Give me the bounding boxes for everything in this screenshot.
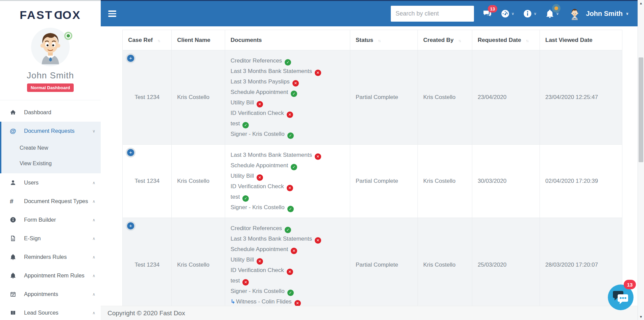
user-menu-button[interactable]: John Smith ∨ bbox=[586, 10, 629, 18]
chevron-down-icon: ∨ bbox=[511, 11, 514, 16]
requested-date-cell: 25/03/2020 bbox=[472, 218, 540, 312]
logo-text-ox: OX bbox=[63, 8, 81, 21]
sidebar-item-label: Document Requests bbox=[24, 128, 90, 134]
documents-cell: Creditor References✓Last 3 Months Bank S… bbox=[225, 50, 350, 145]
table-header-row: Case Ref↑↓ Client Name Documents Status↑… bbox=[123, 30, 622, 50]
scroll-down-arrow[interactable]: ▼ bbox=[638, 315, 644, 319]
sidebar-item-label: Appointment Rem Rules bbox=[24, 272, 90, 279]
sort-icon: ↑↓ bbox=[458, 39, 461, 43]
sidebar-item-appointment-rem-rules[interactable]: Appointment Rem Rules∧ bbox=[0, 266, 101, 285]
column-header-requested-date[interactable]: Requested Date↑↓ bbox=[472, 30, 540, 50]
sidebar-item-label: Form Builder bbox=[24, 217, 90, 223]
complete-check-icon: ✓ bbox=[285, 59, 291, 66]
column-header-last-viewed-date: Last Viewed Date bbox=[540, 30, 622, 50]
main-content: Case Ref↑↓ Client Name Documents Status↑… bbox=[101, 26, 638, 320]
missing-x-icon: ✕ bbox=[242, 279, 249, 286]
document-item: test✓ bbox=[231, 118, 344, 129]
client-name-cell: Kris Costello bbox=[172, 218, 225, 312]
sidebar-item-document-request-types[interactable]: #Document Request Types∧ bbox=[0, 192, 101, 211]
logo-text-fast: FAST bbox=[20, 8, 53, 21]
expand-row-button[interactable]: + bbox=[127, 55, 134, 62]
menu-toggle-icon[interactable] bbox=[108, 9, 116, 18]
navbar-avatar[interactable] bbox=[568, 7, 582, 21]
client-name-cell: Kris Costello bbox=[172, 145, 225, 218]
case-ref-cell: +Test 1234 bbox=[123, 218, 172, 312]
document-label: ID Verification Check bbox=[231, 267, 284, 273]
table-body: +Test 1234Kris CostelloCreditor Referenc… bbox=[123, 50, 622, 312]
messages-button[interactable]: 13 bbox=[483, 9, 492, 18]
sidebar-item-reminders-rules[interactable]: Reminders Rules∧ bbox=[0, 248, 101, 266]
created-by-cell: Kris Costello bbox=[418, 145, 472, 218]
complete-check-icon: ✓ bbox=[242, 195, 249, 202]
avatar bbox=[30, 27, 70, 67]
chevron-down-icon: ∨ bbox=[534, 11, 536, 16]
calendar-icon bbox=[10, 291, 20, 297]
document-item: ↳Witness - Colin Flides✕ bbox=[231, 296, 344, 307]
messages-count-badge: 13 bbox=[488, 5, 497, 13]
document-label: Witness - Colin Flides bbox=[236, 298, 291, 305]
missing-x-icon: ✕ bbox=[315, 237, 321, 244]
document-item: test✓ bbox=[231, 192, 344, 202]
sidebar-subitem-view-existing[interactable]: View Existing bbox=[1, 156, 101, 171]
column-header-documents: Documents bbox=[225, 30, 350, 50]
sidebar-item-lead-sources[interactable]: Lead Sources∧ bbox=[0, 303, 101, 320]
dashboard-mode-badge: Normal Dashboard bbox=[27, 83, 74, 92]
missing-x-icon: ✕ bbox=[257, 258, 263, 265]
notifications-button[interactable]: ∨ bbox=[545, 9, 559, 18]
chat-unread-badge: 13 bbox=[624, 280, 636, 289]
document-label: Utility Bill bbox=[231, 256, 254, 263]
column-header-client-name: Client Name bbox=[172, 30, 225, 50]
online-status-icon bbox=[64, 32, 72, 40]
document-item: Last 3 Months Payslips✕ bbox=[231, 76, 344, 87]
document-label: test bbox=[231, 194, 240, 200]
branch-arrow-icon: ↳ bbox=[231, 298, 235, 305]
info-menu-button[interactable]: ∨ bbox=[523, 9, 536, 18]
info-icon bbox=[523, 9, 532, 18]
page-scrollbar[interactable]: ▲ ▼ bbox=[638, 0, 644, 320]
sidebar-item-label: Lead Sources bbox=[24, 310, 90, 316]
column-header-created-by[interactable]: Created By↑↓ bbox=[418, 30, 472, 50]
chevron-up-icon: ∧ bbox=[92, 311, 95, 315]
chevron-up-icon: ∧ bbox=[92, 218, 95, 222]
document-label: Last 3 Months Bank Statements bbox=[231, 152, 312, 158]
sidebar-item-e-sign[interactable]: E-Sign∧ bbox=[0, 229, 101, 248]
sidebar-item-appointments[interactable]: Appointments∧ bbox=[0, 285, 101, 303]
sidebar-item-document-requests[interactable]: @Document Requests∨ bbox=[1, 122, 101, 140]
search-input[interactable] bbox=[391, 6, 474, 22]
sidebar-subitem-create-new[interactable]: Create New bbox=[1, 140, 101, 156]
document-label: Last 3 Months Bank Statements bbox=[231, 236, 312, 242]
scrollbar-thumb[interactable] bbox=[639, 57, 643, 162]
hash-icon: # bbox=[10, 198, 20, 205]
document-label: Schedule Appointment bbox=[231, 89, 288, 95]
speedometer-icon bbox=[501, 9, 510, 18]
app-window: FASTDOX John Smith bbox=[0, 0, 644, 320]
missing-x-icon: ✕ bbox=[257, 101, 263, 107]
bell-icon bbox=[10, 272, 20, 279]
document-item: Signer - Kris Costello✓ bbox=[231, 286, 344, 296]
column-header-case-ref[interactable]: Case Ref↑↓ bbox=[123, 30, 172, 50]
sidebar-item-dashboard[interactable]: Dashboard bbox=[0, 103, 101, 122]
dashboard-menu-button[interactable]: ∨ bbox=[501, 9, 514, 18]
document-item: Schedule Appointment✓ bbox=[231, 160, 344, 171]
sidebar-item-label: Document Request Types bbox=[24, 198, 90, 204]
document-item: ID Verification Check✕ bbox=[231, 181, 344, 192]
complete-check-icon: ✓ bbox=[287, 290, 294, 296]
avatar-cartoon-image bbox=[30, 27, 70, 67]
document-label: Utility Bill bbox=[231, 173, 254, 179]
chevron-up-icon: ∧ bbox=[92, 180, 95, 185]
scroll-up-arrow[interactable]: ▲ bbox=[638, 1, 644, 5]
expand-row-button[interactable]: + bbox=[127, 149, 134, 156]
missing-x-icon: ✕ bbox=[315, 70, 321, 76]
document-item: Signer - Kris Costello✓ bbox=[231, 129, 344, 139]
notification-alert-dot bbox=[554, 6, 558, 10]
expand-row-button[interactable]: + bbox=[127, 222, 134, 229]
chevron-up-icon: ∧ bbox=[92, 292, 95, 297]
user-icon bbox=[10, 179, 20, 186]
document-label: Last 3 Months Bank Statements bbox=[231, 68, 312, 74]
sidebar-item-users[interactable]: Users∧ bbox=[0, 173, 101, 192]
document-label: Creditor References bbox=[231, 57, 282, 64]
fastdox-logo[interactable]: FASTDOX bbox=[0, 8, 101, 22]
column-header-status[interactable]: Status↑↓ bbox=[350, 30, 418, 50]
sidebar-item-form-builder[interactable]: Form Builder∧ bbox=[0, 211, 101, 229]
info-icon bbox=[10, 217, 20, 223]
